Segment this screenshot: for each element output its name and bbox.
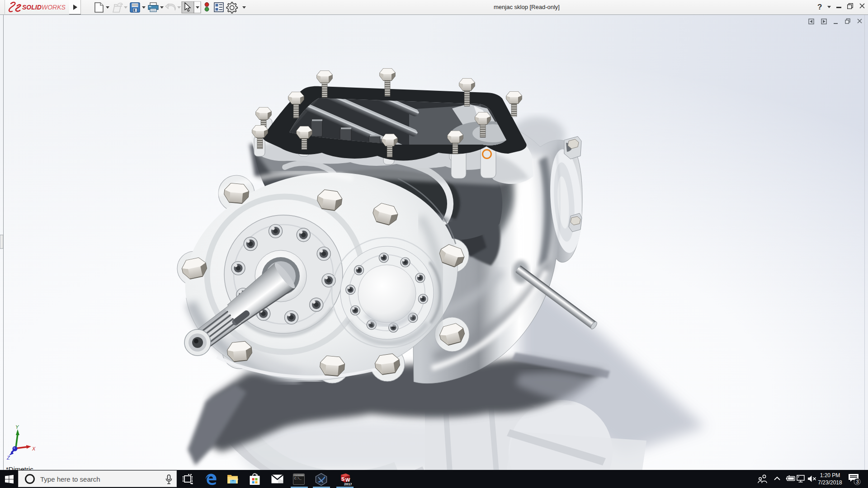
svg-text:X: X: [32, 446, 36, 451]
svg-text:WORKS: WORKS: [42, 4, 66, 11]
svg-text:SOLID: SOLID: [22, 4, 42, 11]
svg-text:Y: Y: [15, 424, 19, 430]
svg-text:Z: Z: [6, 455, 10, 460]
svg-text:3: 3: [856, 479, 859, 484]
